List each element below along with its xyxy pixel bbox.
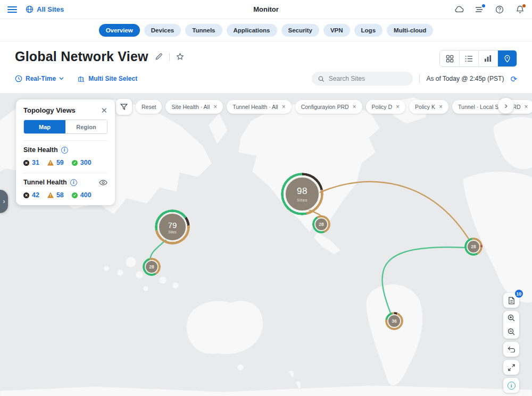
- cloud-icon[interactable]: [454, 5, 464, 14]
- zoom-in-button[interactable]: [503, 311, 519, 325]
- chip-label: Tunnel Health · All: [232, 104, 278, 110]
- cluster-count: 28: [471, 244, 476, 249]
- panel-title: Topology Views: [23, 106, 76, 114]
- world-map[interactable]: Reset Site Health · All × Tunnel Health …: [0, 93, 532, 396]
- time-mode-dropdown[interactable]: Real-Time: [15, 75, 64, 82]
- chip-remove-icon[interactable]: ×: [353, 104, 356, 110]
- chip-configuration-prd[interactable]: Configurayion PRD ×: [295, 100, 362, 114]
- site-node-36[interactable]: 36: [385, 312, 403, 330]
- info-icon: i: [508, 382, 516, 390]
- list-view-button[interactable]: [459, 50, 478, 66]
- view-toggle-group: [439, 50, 517, 67]
- site-node-28-b[interactable]: 28: [143, 258, 161, 276]
- help-icon[interactable]: [495, 5, 504, 14]
- site-cluster-98[interactable]: 98 Sites: [281, 173, 323, 215]
- search-sites-input[interactable]: [329, 75, 407, 82]
- good-count: 300: [80, 159, 92, 166]
- close-icon[interactable]: ✕: [101, 106, 107, 114]
- site-health-info-icon[interactable]: i: [61, 147, 68, 154]
- good-icon: ✓: [72, 160, 78, 166]
- warning-count: 58: [56, 191, 64, 199]
- chip-remove-icon[interactable]: ×: [213, 104, 217, 110]
- warning-icon: !: [47, 192, 54, 198]
- funnel-icon: [120, 103, 128, 111]
- fullscreen-expand-button[interactable]: [503, 360, 519, 375]
- app-title: Monitor: [0, 5, 532, 13]
- site-cluster-79[interactable]: 79 Sites: [155, 209, 190, 245]
- zoom-out-button[interactable]: [503, 325, 519, 339]
- tab-logs[interactable]: Logs: [354, 24, 383, 37]
- tunnel-health-critical[interactable]: ✕ 42: [23, 191, 39, 199]
- tunnel-health-stats: ✕ 42 ! 58 ✓ 400: [23, 191, 107, 199]
- chip-policy-d[interactable]: Policy D ×: [366, 100, 406, 114]
- chip-tunnel-local-sites[interactable]: Tunnel · Local Sites PRD ×: [452, 100, 532, 114]
- tab-security[interactable]: Security: [281, 24, 319, 37]
- tasks-badge-dot: [482, 4, 485, 7]
- site-node-28-c[interactable]: 28: [464, 238, 483, 256]
- critical-icon: ✕: [23, 160, 29, 166]
- filter-chip-bar: Reset Site Health · All × Tunnel Health …: [116, 99, 532, 115]
- undo-reset-view-button[interactable]: [503, 342, 519, 357]
- refresh-icon[interactable]: ⟳: [510, 75, 517, 83]
- map-view-button[interactable]: [497, 50, 517, 66]
- cluster-count: 28: [149, 264, 154, 269]
- notifications-bell-icon[interactable]: [515, 5, 525, 14]
- warning-icon: !: [47, 160, 54, 166]
- tab-tunnels[interactable]: Tunnels: [185, 24, 222, 37]
- tunnel-health-info-icon[interactable]: i: [70, 179, 77, 186]
- search-icon: [318, 75, 324, 82]
- good-icon: ✓: [72, 192, 78, 198]
- tab-multi-cloud[interactable]: Multi-cloud: [387, 24, 433, 37]
- search-sites-box[interactable]: [312, 72, 413, 86]
- chip-label: Policy D: [372, 104, 393, 110]
- map-info-button[interactable]: i: [503, 378, 519, 393]
- edit-pencil-icon[interactable]: [155, 53, 163, 61]
- chip-remove-icon[interactable]: ×: [439, 104, 443, 110]
- cards-view-button[interactable]: [440, 50, 459, 66]
- site-health-critical[interactable]: ✕ 31: [23, 159, 39, 166]
- reset-chip[interactable]: Reset: [136, 100, 162, 114]
- chip-remove-icon[interactable]: ×: [396, 104, 400, 110]
- site-selector-label: All Sites: [37, 5, 64, 13]
- cluster-sublabel: Sites: [168, 230, 177, 234]
- multi-site-select-button[interactable]: Multi Site Select: [78, 75, 137, 82]
- filter-funnel-button[interactable]: [116, 99, 132, 115]
- eye-visibility-icon[interactable]: [99, 180, 107, 186]
- site-selector[interactable]: All Sites: [26, 5, 64, 13]
- site-node-28-a[interactable]: 28: [312, 215, 330, 233]
- chip-policy-k[interactable]: Policy K ×: [409, 100, 448, 114]
- chip-tunnel-health[interactable]: Tunnel Health · All ×: [227, 100, 291, 114]
- toggle-region-button[interactable]: Region: [65, 120, 107, 133]
- divider: [419, 74, 420, 83]
- tab-applications[interactable]: Applications: [227, 24, 277, 37]
- tunnel-health-good[interactable]: ✓ 400: [72, 191, 92, 199]
- toggle-map-button[interactable]: Map: [24, 120, 65, 133]
- topology-views-panel: Topology Views ✕ Map Region Site Health …: [16, 99, 115, 205]
- tab-vpn[interactable]: VPN: [323, 24, 350, 37]
- report-document-button[interactable]: 10: [503, 293, 519, 308]
- menu-icon[interactable]: [7, 5, 17, 14]
- document-icon: [508, 297, 515, 305]
- tab-devices[interactable]: Devices: [144, 24, 181, 37]
- chip-label: Site Health · All: [171, 104, 210, 110]
- time-mode-label: Real-Time: [26, 75, 56, 82]
- map-toolbar: 10 i: [503, 293, 519, 393]
- site-health-warning[interactable]: ! 59: [47, 159, 64, 166]
- favorite-star-icon[interactable]: [176, 53, 184, 61]
- zoom-out-icon: [508, 328, 515, 335]
- globe-icon: [26, 5, 34, 13]
- tasks-icon[interactable]: [475, 5, 484, 14]
- controls-row: Real-Time Multi Site Select As of Toda: [15, 72, 517, 93]
- site-health-label: Site Health: [23, 146, 58, 154]
- tab-overview[interactable]: Overview: [99, 24, 140, 37]
- chips-scroll-right-button[interactable]: ›: [498, 98, 514, 114]
- site-health-good[interactable]: ✓ 300: [72, 159, 92, 166]
- chip-remove-icon[interactable]: ×: [525, 104, 528, 110]
- chart-view-button[interactable]: [478, 50, 497, 66]
- chip-site-health[interactable]: Site Health · All ×: [165, 100, 223, 114]
- expand-icon: [508, 364, 515, 371]
- warning-count: 59: [56, 159, 64, 166]
- tunnel-health-warning[interactable]: ! 58: [47, 191, 64, 199]
- chip-remove-icon[interactable]: ×: [282, 104, 286, 110]
- top-bar: All Sites Monitor: [0, 0, 532, 19]
